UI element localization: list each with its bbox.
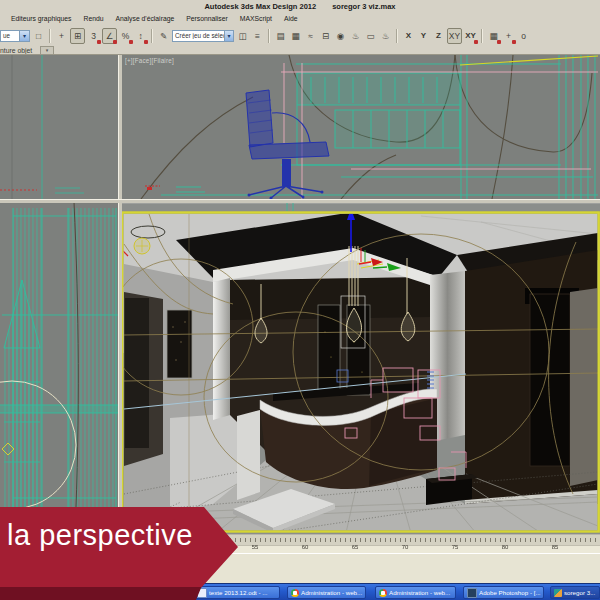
mirror-icon[interactable]: ◫ (236, 29, 249, 43)
ribbon-tab-object-paint-partial[interactable]: nture objet (0, 47, 32, 54)
viewport-perspective-canvas (121, 202, 600, 534)
taskbar-item-writer[interactable]: texte 2013.12.odt - ... (193, 586, 280, 599)
align-icon[interactable]: ≡ (251, 29, 264, 43)
angle-snap-icon[interactable]: ∠ (102, 28, 117, 44)
taskbar-item-browser-1[interactable]: Administration - web... (287, 586, 366, 599)
select-region-icon[interactable]: □ (32, 29, 45, 43)
axis-z-button[interactable]: Z (432, 29, 445, 43)
snap-3d-icon[interactable]: 3 (87, 29, 100, 43)
edge-cut-icon[interactable]: o (517, 29, 530, 43)
axis-x-button[interactable]: X (402, 29, 415, 43)
selection-filter-combo[interactable]: ue▾ (0, 30, 30, 42)
rendered-frame-icon[interactable]: ▭ (364, 29, 377, 43)
schematic-view-icon[interactable]: ⊟ (319, 29, 332, 43)
file-name: soregor 3 viz.max (332, 2, 395, 11)
perspective-scene (121, 208, 598, 533)
graphite-ribbon-icon[interactable]: ▦ (289, 29, 302, 43)
menu-maxscript[interactable]: MAXScript (235, 14, 277, 23)
grid-snap-icon[interactable]: ▦ (487, 29, 500, 43)
app-title: Autodesk 3ds Max Design 2012 (204, 2, 316, 11)
toolbar-separator (151, 29, 153, 43)
right-doorway (530, 294, 570, 466)
axis-y-button[interactable]: Y (417, 29, 430, 43)
layer-manager-icon[interactable]: ▤ (274, 29, 287, 43)
browser-icon (379, 589, 387, 597)
taskbar-item-photoshop[interactable]: Adobe Photoshop - [... (463, 586, 544, 599)
menu-rendu[interactable]: Rendu (78, 14, 108, 23)
render-setup-icon[interactable]: ♨ (349, 29, 362, 43)
timeline-tick-70: 70 (402, 544, 409, 550)
banner-shadow-strip (0, 587, 220, 600)
timeline-tick-60: 60 (302, 544, 309, 550)
named-selection-set-combo[interactable]: Créer jeu de sélect▾ (172, 30, 234, 42)
3dsmax-icon (554, 589, 562, 597)
menu-aide[interactable]: Aide (279, 14, 303, 23)
menu-bar: Editeurs graphiques Rendu Analyse d'écla… (0, 12, 600, 25)
timeline-tick-65: 65 (352, 544, 359, 550)
desk-side-panel (237, 410, 260, 500)
material-editor-icon[interactable]: ◉ (334, 29, 347, 43)
spinner-snap-icon[interactable]: ↕ (134, 29, 147, 43)
viewport-top-left-canvas (0, 55, 118, 199)
snaps-toggle-button[interactable]: ⊞ (70, 28, 85, 44)
taskbar-item-3dsmax[interactable]: soregor 3... (550, 586, 600, 599)
timeline-tick-80: 80 (502, 544, 509, 550)
timeline-tick-75: 75 (452, 544, 459, 550)
banner-text: la perspective (7, 519, 193, 552)
menu-editeurs-graphiques[interactable]: Editeurs graphiques (6, 14, 76, 23)
select-and-manipulate-icon[interactable]: + (55, 29, 68, 43)
viewport-bottom-left-canvas (0, 202, 118, 534)
pivot-snap-icon[interactable]: + (502, 29, 515, 43)
viewport-top-left[interactable] (0, 55, 118, 199)
combo-arrow-icon[interactable]: ▾ (19, 31, 29, 41)
menu-personnaliser[interactable]: Personnaliser (181, 14, 233, 23)
menu-analyse-eclairage[interactable]: Analyse d'éclairage (111, 14, 180, 23)
photoshop-icon (467, 588, 477, 598)
viewport-horizontal-divider[interactable] (0, 199, 600, 203)
toolbar-separator (268, 29, 270, 43)
taskbar-item-browser-2[interactable]: Administration - web... (375, 586, 456, 599)
viewport-front-canvas (121, 55, 600, 199)
combo-arrow-icon[interactable]: ▾ (224, 31, 233, 41)
wall-picture (167, 310, 192, 378)
curve-editor-icon[interactable]: ≈ (304, 29, 317, 43)
render-production-icon[interactable]: ♨ (379, 29, 392, 43)
timeline-tick-85: 85 (552, 544, 559, 550)
main-toolbar: ue▾□+⊞3∠%↕✎Créer jeu de sélect▾◫≡▤▦≈⊟◉♨▭… (0, 26, 600, 45)
viewport-bottom-left[interactable] (0, 202, 118, 534)
viewport-front-label[interactable]: [+][Face][Filaire] (125, 57, 174, 64)
title-bar: Autodesk 3ds Max Design 2012 soregor 3 v… (0, 0, 600, 12)
keyboard-override-icon[interactable]: ✎ (157, 29, 170, 43)
toolbar-separator (396, 29, 398, 43)
toolbar-separator (481, 29, 483, 43)
timeline-tick-55: 55 (252, 544, 259, 550)
viewport-perspective[interactable] (121, 202, 600, 534)
percent-snap-icon[interactable]: % (119, 29, 132, 43)
axis-xy-snap-button[interactable]: XY (464, 29, 477, 43)
axis-xy-button[interactable]: XY (447, 28, 462, 44)
toolbar-separator (49, 29, 51, 43)
browser-icon (291, 589, 299, 597)
viewport-vertical-divider[interactable] (118, 55, 122, 534)
viewport-front[interactable]: [+][Face][Filaire] (121, 55, 600, 199)
